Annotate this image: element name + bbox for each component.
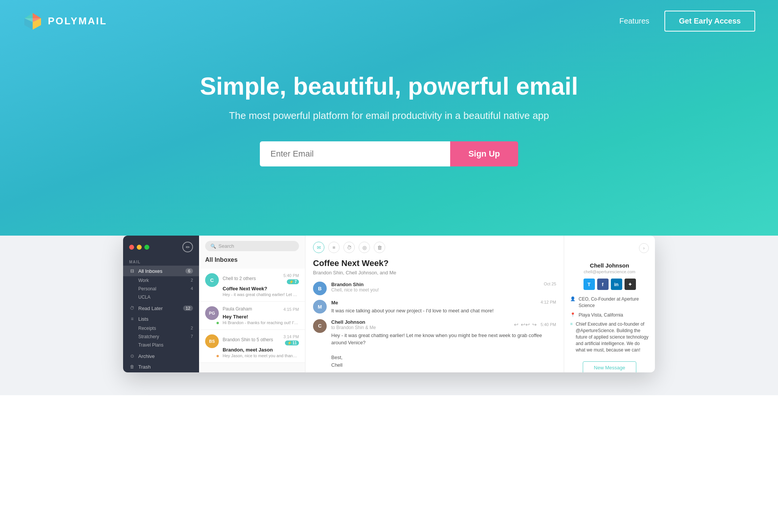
email-meta-1: 5:40 PM ⚡ 7: [283, 273, 299, 284]
contact-panel: › Chell Johnson chell@aperturescience.co…: [564, 236, 655, 372]
hero-title: Simple, beautiful, powerful email: [23, 73, 755, 101]
email-from-1: Chell to 2 others: [223, 276, 256, 281]
signup-button[interactable]: Sign Up: [450, 141, 518, 166]
email-subject-3: Brandon, meet Jason: [223, 347, 299, 353]
all-inboxes-badge: 6: [185, 268, 193, 274]
email-meta-3: 3:14 PM ⚡ 11: [283, 334, 299, 345]
message-sender-3: Chell Johnson: [331, 319, 376, 325]
minimize-dot[interactable]: [137, 245, 142, 250]
contact-title-item: 👤 CEO, Co-Founder at Aperture Science: [570, 296, 649, 309]
sidebar-item-work[interactable]: Work 2: [123, 276, 199, 285]
email-top-meta-2: Paula Graham 4:15 PM: [223, 306, 299, 312]
avatar-paula: PG: [205, 306, 219, 320]
email-item-3[interactable]: BS Brandon Shin to 5 others 3:14 PM ⚡ 11: [199, 330, 305, 363]
new-message-button[interactable]: New Message: [583, 361, 636, 372]
facebook-button[interactable]: f: [597, 279, 609, 290]
other-social-button[interactable]: ✦: [625, 279, 636, 290]
email-item-header-1: C Chell to 2 others 5:40 PM ⚡ 7: [205, 273, 299, 297]
message-item-2: M Me It was nice talking about your new …: [313, 300, 556, 315]
list-icon: ≡: [129, 316, 135, 322]
message-avatar-me: M: [313, 300, 327, 314]
reply-icon[interactable]: ↩: [514, 321, 519, 328]
message-time-1: Oct 25: [544, 282, 556, 286]
message-item-1: B Brandon Shin Chell, nice to meet you! …: [313, 282, 556, 295]
contact-bio: Chief Executive and co-founder of @Apert…: [576, 321, 649, 353]
location-icon: 📍: [570, 312, 576, 317]
message-body-3: Chell Johnson to Brandon Shin & Me ↩ ↩↩ …: [331, 319, 556, 369]
toolbar-list-button[interactable]: ≡: [328, 242, 340, 253]
forward-icon[interactable]: ↪: [532, 321, 537, 328]
email-body-1: Chell to 2 others 5:40 PM ⚡ 7 Coffee Nex…: [223, 273, 299, 297]
search-placeholder: Search: [218, 243, 234, 249]
sidebar-item-travel-plans[interactable]: Travel Plans: [123, 341, 199, 349]
contact-location: Playa Vista, California: [579, 312, 623, 318]
email-body-3: Brandon Shin to 5 others 3:14 PM ⚡ 11 Br…: [223, 334, 299, 358]
email-detail-panel: ✉ ≡ ⏱ ◎ 🗑 Coffee Next Week? Brandon Shin…: [305, 236, 564, 372]
avatar-bs: BS: [205, 334, 219, 348]
maximize-dot[interactable]: [144, 245, 149, 250]
sidebar-item-read-later[interactable]: ⏱ Read Later 12: [123, 303, 199, 314]
sidebar-item-all-inboxes[interactable]: ⊟ All Inboxes 6: [123, 266, 199, 276]
logo[interactable]: POLYMAIL: [23, 11, 107, 31]
message-to-3: to Brandon Shin & Me: [331, 325, 376, 330]
trash-icon: 🗑: [129, 364, 135, 370]
sidebar-item-lists[interactable]: ≡ Lists: [123, 314, 199, 324]
search-icon: 🔍: [210, 244, 216, 249]
email-body-2: Paula Graham 4:15 PM Hey There! Hi Brand…: [223, 306, 299, 325]
message-thread: B Brandon Shin Chell, nice to meet you! …: [313, 282, 556, 369]
toolbar-mail-button[interactable]: ✉: [313, 242, 324, 253]
inbox-icon: ⊟: [129, 268, 135, 274]
sidebar-item-ucla[interactable]: UCLA: [123, 293, 199, 301]
compose-button[interactable]: ✏: [182, 242, 193, 252]
online-indicator-bs: [216, 354, 220, 358]
message-sender-1: Brandon Shin: [331, 282, 539, 287]
logo-icon: [23, 11, 43, 31]
hero-subtitle: The most powerful platform for email pro…: [23, 110, 755, 122]
email-list-header: 🔍 Search All Inboxes: [199, 236, 305, 269]
app-section: ✏ MAIL ⊟ All Inboxes 6 Work 2 Personal 4…: [0, 236, 778, 395]
message-to-1: Chell, nice to meet you!: [331, 287, 539, 293]
email-badge-3: ⚡ 11: [285, 340, 299, 345]
social-links: T f in ✦: [584, 279, 636, 290]
message-actions: ↩ ↩↩ ↪: [514, 321, 537, 328]
message-body-2: Me It was nice talking about your new pr…: [331, 300, 536, 315]
panel-nav-next[interactable]: ›: [639, 243, 649, 253]
contact-bio-item: ≡ Chief Executive and co-founder of @Ape…: [570, 321, 649, 353]
search-bar[interactable]: 🔍 Search: [205, 241, 299, 251]
sidebar-item-personal[interactable]: Personal 4: [123, 285, 199, 293]
email-item-1[interactable]: C Chell to 2 others 5:40 PM ⚡ 7: [199, 269, 305, 302]
twitter-button[interactable]: T: [584, 279, 595, 290]
hero-section: POLYMAIL Features Get Early Access Simpl…: [0, 0, 778, 236]
email-from-3: Brandon Shin to 5 others: [223, 337, 273, 342]
email-input[interactable]: [260, 141, 450, 166]
sidebar-item-receipts[interactable]: Receipts 2: [123, 324, 199, 332]
toolbar-clock-button[interactable]: ⏱: [343, 242, 355, 253]
email-preview-3: Hey Jason, nice to meet you and thanks B…: [223, 353, 299, 358]
message-avatar-chell: C: [313, 319, 327, 333]
person-icon: 👤: [570, 296, 576, 301]
all-inboxes-header: All Inboxes: [205, 255, 299, 265]
sidebar-item-trash[interactable]: 🗑 Trash: [123, 361, 199, 372]
sidebar-item-stratchery[interactable]: Stratchery 7: [123, 332, 199, 341]
toolbar-check-button[interactable]: ◎: [359, 242, 370, 253]
all-inboxes-label: All Inboxes: [138, 268, 185, 274]
mail-section-label: MAIL: [123, 257, 199, 266]
close-dot[interactable]: [129, 245, 134, 250]
features-link[interactable]: Features: [619, 17, 649, 25]
contact-info: 👤 CEO, Co-Founder at Aperture Science 📍 …: [570, 296, 649, 356]
sidebar-item-archive[interactable]: ⊙ Archive: [123, 351, 199, 361]
window-controls: ✏: [123, 242, 199, 257]
get-early-access-button[interactable]: Get Early Access: [664, 11, 755, 32]
contact-name: Chell Johnson: [590, 262, 629, 269]
panel-nav: ›: [570, 243, 649, 253]
reply-all-icon[interactable]: ↩↩: [521, 321, 530, 328]
email-preview-1: Hey - it was great chatting earlier! Let…: [223, 292, 299, 297]
hero-form: Sign Up: [260, 141, 518, 166]
email-item-2[interactable]: PG Paula Graham 4:15 PM Hey There! Hi Br…: [199, 302, 305, 330]
email-preview-2: Hi Brandon - thanks for reaching out! I'…: [223, 320, 299, 325]
message-time-3: 5:40 PM: [541, 322, 556, 327]
avatar-chell: C: [205, 273, 219, 287]
linkedin-button[interactable]: in: [611, 279, 622, 290]
email-from-2: Paula Graham: [223, 306, 252, 312]
toolbar-trash-button[interactable]: 🗑: [374, 242, 385, 253]
